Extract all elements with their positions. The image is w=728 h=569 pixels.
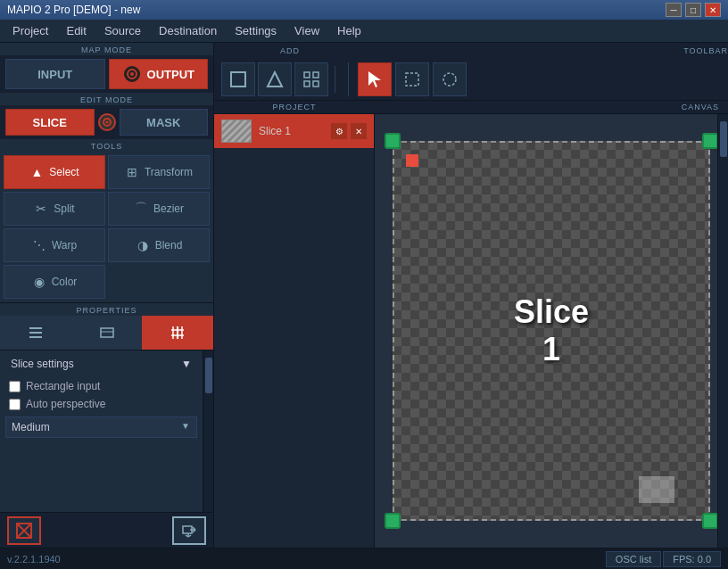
tools-grid: ▲ Select ⊞ Transform ✂ Split ⌒ Bezier [4,155,210,299]
project-panel: Slice 1 ⚙ ✕ [214,114,375,548]
project-item-settings[interactable]: ⚙ [331,123,347,139]
main-container: MAP MODE INPUT OUTPUT EDIT MODE SLICE MA… [0,43,728,548]
input-button[interactable]: INPUT [5,59,105,89]
properties-btn-1[interactable] [0,316,71,350]
right-area: ADD TOOLBAR [214,43,728,548]
canvas-content: Slice1 [393,141,710,521]
quality-select[interactable]: Low Medium High Ultra [5,416,197,438]
close-button[interactable]: ✕ [705,3,721,17]
svg-point-1 [130,72,134,76]
fps-display: FPS: 0.0 [663,551,721,567]
toolbar-select-button[interactable] [358,62,392,96]
title-bar: MAPIO 2 Pro [DEMO] - new ─ □ ✕ [0,0,728,20]
handle-top-left[interactable] [385,133,401,149]
add-label: ADD [214,45,366,57]
reset-icon [15,522,33,540]
menu-project[interactable]: Project [4,21,57,40]
menu-source[interactable]: Source [95,21,150,40]
project-item-close[interactable]: ✕ [351,123,367,139]
handle-bottom-right[interactable] [702,513,718,529]
add-triangle-icon [265,70,285,89]
bezier-tool-button[interactable]: ⌒ Bezier [108,192,210,226]
handle-bottom-left[interactable] [385,513,401,529]
output-label: OUTPUT [147,68,194,81]
project-item-slice1[interactable]: Slice 1 ⚙ ✕ [214,114,374,148]
handle-top-right[interactable] [702,133,718,149]
minimize-button[interactable]: ─ [666,3,682,17]
color-icon: ◉ [32,275,46,289]
slice-settings-label: Slice settings [11,358,74,370]
add-rect-button[interactable] [221,62,255,96]
warp-icon: ⋱ [32,238,46,252]
split-icon: ✂ [34,202,48,216]
mask-label: MASK [146,116,180,129]
output-button[interactable]: OUTPUT [109,59,209,89]
toolbar-row [214,59,728,101]
select-tool-label: Select [49,166,79,178]
transform-tool-button[interactable]: ⊞ Transform [108,155,210,189]
left-bottom-toolbar [0,512,213,548]
bezier-tool-label: Bezier [153,202,184,215]
status-right: OSC list FPS: 0.0 [606,551,721,567]
slice-settings-panel: Slice settings ▼ Rectangle input Auto pe… [0,350,203,441]
svg-marker-25 [268,72,282,87]
left-scrollbar[interactable] [203,350,213,512]
split-tool-label: Split [54,202,74,215]
properties-section: PROPERTIES [0,302,213,350]
warp-tool-button[interactable]: ⋱ Warp [4,228,105,262]
menu-settings[interactable]: Settings [226,21,285,40]
maximize-button[interactable]: □ [685,3,701,17]
input-label: INPUT [37,68,72,81]
svg-rect-5 [29,332,42,334]
menu-bar: Project Edit Source Destination Settings… [0,20,728,43]
select-icon: ▲ [29,165,44,179]
svg-rect-7 [101,328,113,337]
quality-select-wrapper: Low Medium High Ultra [5,413,197,438]
map-mode-section: INPUT OUTPUT [0,55,213,93]
auto-perspective-checkbox[interactable] [9,399,21,410]
rectangle-input-checkbox[interactable] [9,381,21,392]
split-tool-button[interactable]: ✂ Split [4,192,105,226]
slice-label: SLICE [33,116,67,129]
menu-edit[interactable]: Edit [57,21,95,40]
select-tool-button[interactable]: ▲ Select [4,155,105,189]
red-corner-dot [406,154,418,167]
white-area [639,476,674,503]
toolbar-cursor-icon [365,70,385,89]
mask-button[interactable]: MASK [120,109,209,136]
menu-view[interactable]: View [285,21,328,40]
blend-tool-button[interactable]: ◑ Blend [108,228,210,262]
color-tool-label: Color [52,276,78,288]
properties-icon-1 [28,325,44,341]
color-tool-button[interactable]: ◉ Color [4,265,105,299]
menu-destination[interactable]: Destination [150,21,226,40]
toolbar-lasso-button[interactable] [433,62,467,96]
toolbar-rect-select-button[interactable] [395,62,429,96]
toolbar-divider [335,66,335,93]
properties-btn-2[interactable] [71,316,143,350]
svg-rect-29 [313,81,318,87]
auto-perspective-row: Auto perspective [5,395,197,413]
blend-icon: ◑ [136,238,150,252]
add-grid-button[interactable] [294,62,328,96]
menu-help[interactable]: Help [328,21,370,40]
properties-icon-2 [99,325,115,341]
warp-tool-label: Warp [52,239,77,252]
app-title: MAPIO 2 Pro [DEMO] - new [7,4,140,16]
fit-button[interactable] [172,516,206,545]
status-bar: v.2.2.1.1940 OSC list FPS: 0.0 [0,548,728,569]
project-thumb [221,120,252,143]
slice-settings-header[interactable]: Slice settings ▼ [5,354,197,374]
add-triangle-button[interactable] [258,62,292,96]
properties-icon-3 [170,325,186,341]
blend-tool-label: Blend [155,239,183,252]
properties-btn-3[interactable] [142,316,213,350]
reset-button[interactable] [7,516,41,545]
svg-point-3 [105,121,108,124]
add-grid-icon [302,70,321,89]
canvas-scrollbar-right[interactable] [717,114,728,548]
slice-button[interactable]: SLICE [5,109,95,136]
project-item-name: Slice 1 [259,125,291,137]
osc-list-button[interactable]: OSC list [606,551,661,567]
svg-rect-28 [304,81,310,87]
